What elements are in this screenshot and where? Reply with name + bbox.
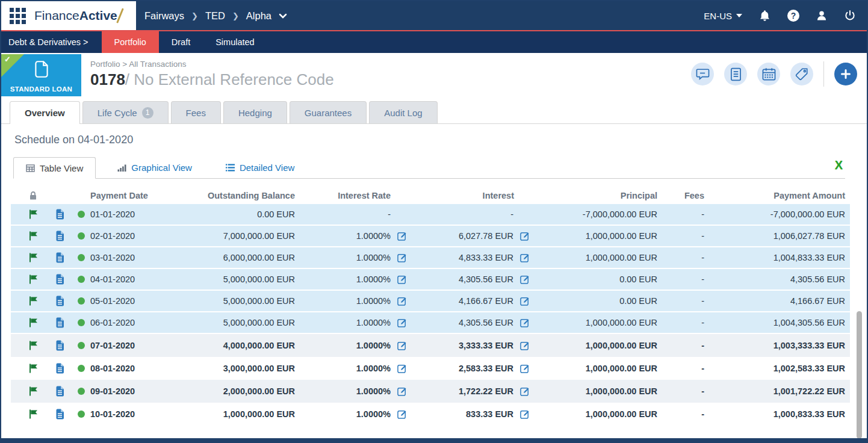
edit-interest-icon[interactable] — [513, 409, 533, 420]
header-interest-rate[interactable]: Interest Rate — [295, 191, 411, 200]
tab-hedging[interactable]: Hedging — [223, 101, 287, 123]
tab-audit-log[interactable]: Audit Log — [369, 101, 437, 123]
document-icon[interactable] — [55, 252, 64, 263]
edit-rate-icon[interactable] — [391, 231, 411, 241]
nav-tab-portfolio[interactable]: Portfolio — [102, 31, 159, 53]
principal: 1,000,000.00 EUR — [533, 409, 657, 419]
table-row[interactable]: 04-01-2020 5,000,000.00 EUR 1.0000% 4,30… — [11, 269, 850, 291]
table-row[interactable]: 08-01-2020 3,000,000.00 EUR 1.0000% 2,58… — [11, 357, 850, 380]
payment-amount: 1,006,027.78 EUR — [711, 231, 850, 241]
table-row[interactable]: 09-01-2020 2,000,000.00 EUR 1.0000% 1,72… — [11, 380, 850, 403]
header-outstanding-balance[interactable]: Outstanding Balance — [164, 191, 295, 200]
edit-interest-icon[interactable] — [513, 274, 533, 285]
document-icon[interactable] — [55, 209, 64, 220]
edit-rate-icon[interactable] — [391, 318, 411, 328]
nav-debt-derivatives[interactable]: Debt & Derivatives > — [1, 31, 97, 53]
edit-interest-icon[interactable] — [513, 318, 533, 328]
edit-interest-icon[interactable] — [513, 253, 533, 263]
edit-rate-icon[interactable] — [391, 364, 411, 374]
table-row[interactable]: 10-01-2020 1,000,000.00 EUR 1.0000% 833.… — [11, 403, 850, 426]
schedule-table: Payment Date Outstanding Balance Interes… — [11, 187, 850, 426]
header-interest[interactable]: Interest — [411, 191, 533, 200]
tab-guarantees[interactable]: Guarantees — [290, 101, 367, 123]
chevron-down-icon[interactable] — [279, 13, 287, 19]
table-view-icon — [26, 164, 35, 172]
view-tab-graphical[interactable]: Graphical View — [105, 157, 204, 178]
header-payment-date[interactable]: Payment Date — [88, 191, 164, 200]
vertical-scrollbar[interactable] — [857, 311, 862, 439]
edit-interest-icon[interactable] — [513, 231, 533, 241]
app-logo[interactable]: FinanceActive — [34, 8, 120, 23]
loan-id: 0178 — [90, 70, 125, 88]
documents-button[interactable] — [724, 63, 747, 85]
document-icon[interactable] — [55, 363, 64, 374]
document-icon[interactable] — [55, 231, 64, 241]
status-dot-icon — [78, 254, 85, 261]
interest-rate: 1.0000% — [356, 318, 391, 327]
interest-rate: 1.0000% — [356, 253, 391, 262]
payment-date: 01-01-2020 — [88, 209, 164, 219]
document-icon[interactable] — [55, 409, 64, 420]
flag-icon — [29, 318, 38, 327]
status-dot-icon — [78, 232, 85, 240]
table-row[interactable]: 07-01-2020 4,000,000.00 EUR 1.0000% 3,33… — [11, 334, 850, 357]
nav-tab-simulated[interactable]: Simulated — [203, 31, 267, 53]
header-payment-amount[interactable]: Payment Amount — [711, 191, 850, 200]
edit-interest-icon[interactable] — [513, 341, 533, 351]
table-row[interactable]: 05-01-2020 5,000,000.00 EUR 1.0000% 4,16… — [11, 291, 850, 312]
table-row[interactable]: 01-01-2020 0.00 EUR - - -7,000,000.00 EU… — [11, 204, 850, 226]
edit-rate-icon[interactable] — [391, 409, 411, 420]
interest-rate: 1.0000% — [356, 386, 391, 396]
edit-rate-icon[interactable] — [391, 341, 411, 351]
help-icon[interactable]: ? — [787, 10, 799, 22]
status-dot-icon — [78, 365, 85, 372]
nav-tab-draft[interactable]: Draft — [159, 31, 203, 53]
tab-fees[interactable]: Fees — [171, 101, 221, 123]
document-icon[interactable] — [55, 317, 64, 328]
edit-interest-icon[interactable] — [513, 296, 533, 306]
check-icon: ✓ — [4, 55, 11, 64]
edit-interest-icon[interactable] — [513, 364, 533, 374]
tab-life-cycle[interactable]: Life Cycle1 — [82, 101, 169, 123]
document-icon[interactable] — [55, 386, 64, 397]
comments-button[interactable] — [691, 63, 714, 85]
document-icon[interactable] — [55, 274, 64, 285]
tags-button[interactable] — [790, 63, 813, 85]
logo-box: FinanceActive — [1, 1, 136, 30]
edit-interest-icon[interactable] — [513, 386, 533, 397]
edit-rate-icon[interactable] — [391, 253, 411, 263]
user-profile-icon[interactable] — [816, 10, 828, 22]
language-selector[interactable]: EN-US — [704, 11, 742, 21]
logout-power-icon[interactable] — [844, 10, 856, 22]
fees: - — [657, 386, 711, 396]
tab-overview[interactable]: Overview — [10, 101, 80, 124]
table-row[interactable]: 03-01-2020 6,000,000.00 EUR 1.0000% 4,83… — [11, 247, 850, 269]
document-icon[interactable] — [55, 296, 64, 306]
payment-date: 08-01-2020 — [88, 364, 164, 373]
document-icon[interactable] — [55, 340, 64, 351]
view-tab-table[interactable]: Table View — [13, 157, 96, 179]
add-button[interactable] — [834, 63, 857, 85]
breadcrumb-entity[interactable]: Alpha — [246, 10, 271, 22]
schedule-title: Schedule on 04-01-2020 — [14, 134, 867, 146]
breadcrumb-group[interactable]: TED — [205, 10, 225, 22]
edit-rate-icon[interactable] — [391, 274, 411, 285]
view-tab-detailed[interactable]: Detailed View — [214, 157, 306, 178]
export-excel-icon[interactable]: X — [835, 158, 843, 172]
payment-date: 03-01-2020 — [88, 253, 164, 262]
notifications-bell-icon[interactable] — [758, 9, 771, 22]
lock-icon — [11, 191, 55, 200]
calendar-button[interactable] — [757, 63, 780, 85]
table-row[interactable]: 06-01-2020 5,000,000.00 EUR 1.0000% 4,30… — [11, 312, 850, 334]
interest-rate: 1.0000% — [356, 409, 391, 419]
header-fees[interactable]: Fees — [657, 191, 711, 200]
header-principal[interactable]: Principal — [533, 191, 657, 200]
breadcrumb-separator-icon: ❯ — [191, 11, 198, 20]
breadcrumb-separator-icon: ❯ — [232, 11, 239, 20]
edit-rate-icon[interactable] — [391, 386, 411, 397]
table-row[interactable]: 02-01-2020 7,000,000.00 EUR 1.0000% 6,02… — [11, 226, 850, 247]
app-grid-icon[interactable] — [10, 8, 26, 24]
breadcrumb-client[interactable]: Fairways — [144, 10, 184, 22]
edit-rate-icon[interactable] — [391, 296, 411, 306]
topbar-actions: EN-US ? — [704, 1, 867, 30]
